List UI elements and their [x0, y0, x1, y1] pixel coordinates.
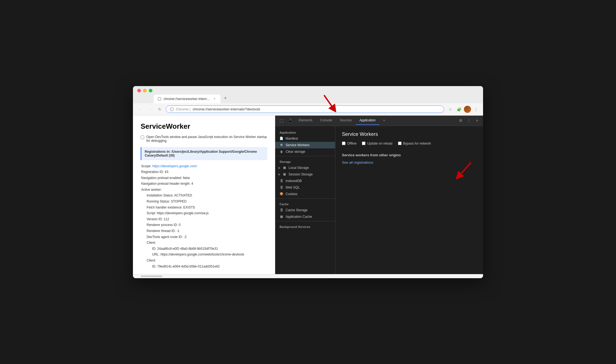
- active-tab[interactable]: chrome://serviceworker-intern… ×: [154, 95, 220, 103]
- back-button[interactable]: ←: [136, 105, 144, 113]
- tab-console[interactable]: Console: [316, 116, 336, 125]
- nav-extras: ☆ 🧩 ⋮: [446, 105, 480, 113]
- tab-bar: chrome://serviceworker-intern… × +: [154, 95, 479, 103]
- offline-option[interactable]: Offline: [342, 142, 356, 145]
- chrome-menu-button[interactable]: ⋮: [472, 105, 480, 113]
- address-path: chrome://serviceworker-internals/?devtoo…: [193, 107, 260, 111]
- bypass-for-network-checkbox[interactable]: [398, 142, 402, 145]
- registration-header: Registrations in: /Users/jec/Library/App…: [141, 147, 267, 160]
- browser-content: ServiceWorker Open DevTools window and p…: [133, 116, 483, 274]
- sidebar-divider-2: [275, 198, 335, 199]
- sw-from-other-section: Service workers from other origins See a…: [342, 153, 476, 165]
- application-cache-icon: ▦: [280, 215, 283, 219]
- update-on-reload-checkbox[interactable]: [362, 142, 365, 145]
- page-scrollbar-area: [133, 274, 483, 278]
- devtools-body: Application 📄 Manifest ⚙ Service Workers…: [275, 126, 483, 274]
- horizontal-scrollbar[interactable]: [141, 275, 162, 277]
- registration-details: Scope: https://developers.google.com/ Re…: [141, 163, 267, 270]
- tab-title: chrome://serviceworker-intern…: [164, 97, 210, 101]
- sidebar-item-session-storage[interactable]: ▶ ▦ Session Storage: [275, 171, 335, 178]
- sidebar-item-local-storage[interactable]: ▶ ▦ Local Storage: [275, 165, 335, 171]
- client1-id: ID: 24aa86c8-e0f2-48a0-8b68-9b515df70e31: [141, 246, 267, 252]
- client1-url: URL: https://developers.google.com/web/t…: [141, 252, 267, 258]
- devtools-panel: ⬚ 📱 Elements Console Sources Application…: [275, 116, 483, 274]
- forward-button[interactable]: →: [146, 105, 154, 113]
- nav-bar: ← → ↻ Chrome | chrome://serviceworker-in…: [133, 103, 483, 116]
- see-all-registrations-link[interactable]: See all registrations: [342, 160, 373, 165]
- settings-button[interactable]: ⚙: [457, 117, 464, 124]
- sw-options: Offline Update on reload Bypass for netw…: [342, 142, 476, 145]
- sidebar-item-cache-storage[interactable]: 🗄 Cache Storage: [275, 207, 335, 213]
- tab-sources[interactable]: Sources: [336, 116, 356, 125]
- application-section-label: Application: [275, 128, 335, 135]
- session-storage-icon: ▦: [283, 172, 286, 176]
- sidebar-item-manifest[interactable]: 📄 Manifest: [275, 135, 335, 142]
- local-storage-arrow-icon: ▶: [278, 166, 280, 169]
- service-workers-icon: ⚙: [280, 143, 283, 147]
- tab-application[interactable]: Application: [356, 116, 379, 125]
- reg-id: Registration ID: 43: [141, 169, 267, 175]
- more-options-button[interactable]: ⋮: [465, 117, 473, 124]
- session-storage-arrow-icon: ▶: [278, 173, 280, 176]
- devtools-tabs: ⬚ 📱 Elements Console Sources Application…: [275, 116, 483, 126]
- sidebar-item-cookies[interactable]: 🍪 Cookies: [275, 191, 335, 197]
- active-worker-label: Active worker:: [141, 187, 267, 193]
- close-window-button[interactable]: [137, 89, 141, 92]
- sidebar-item-application-cache[interactable]: ▦ Application Cache: [275, 213, 335, 220]
- debug-checkbox[interactable]: [141, 136, 144, 139]
- address-bar[interactable]: Chrome | chrome://serviceworker-internal…: [166, 105, 444, 113]
- sidebar-item-clear-storage[interactable]: 🗑 Clear storage: [275, 148, 335, 155]
- sidebar-item-web-sql[interactable]: 🗄 Web SQL: [275, 184, 335, 191]
- sidebar-divider-3: [275, 221, 335, 221]
- new-tab-button[interactable]: +: [222, 95, 229, 102]
- tab-elements[interactable]: Elements: [295, 116, 316, 125]
- offline-checkbox[interactable]: [342, 142, 345, 145]
- page-title: ServiceWorker: [141, 122, 267, 131]
- page-content: ServiceWorker Open DevTools window and p…: [133, 116, 275, 274]
- bypass-for-network-option[interactable]: Bypass for network: [398, 142, 431, 145]
- devtools-controls: ⚙ ⋮ ×: [457, 117, 481, 124]
- cache-storage-icon: 🗄: [280, 208, 283, 212]
- bookmark-button[interactable]: ☆: [446, 105, 454, 113]
- refresh-button[interactable]: ↻: [156, 105, 164, 113]
- background-section-label: Background Services: [275, 222, 335, 230]
- scope-label: Scope:: [141, 164, 151, 168]
- cursor-tool-button[interactable]: ⬚: [277, 116, 286, 125]
- client2-label: Client:: [141, 258, 267, 264]
- extensions-button[interactable]: 🧩: [455, 105, 463, 113]
- local-storage-icon: ▦: [283, 166, 286, 170]
- devtools-sidebar: Application 📄 Manifest ⚙ Service Workers…: [275, 126, 335, 274]
- indexeddb-icon: 🗄: [280, 179, 283, 183]
- client1-label: Client:: [141, 240, 267, 246]
- devtools-route-id: DevTools agent route ID: -2: [141, 234, 267, 240]
- nav-preload-enabled: Navigation preload enabled: false: [141, 175, 267, 181]
- update-on-reload-option[interactable]: Update on reload: [362, 142, 392, 145]
- sidebar-item-service-workers[interactable]: ⚙ Service Workers: [275, 142, 335, 148]
- renderer-thread-id: Renderer thread ID: -1: [141, 228, 267, 234]
- version-id: Version ID: 112: [141, 216, 267, 222]
- script-url: Script: https://developers.google.com/sw…: [141, 210, 267, 216]
- debug-checkbox-label: Open DevTools window and pause JavaScrip…: [146, 135, 267, 143]
- scope-link[interactable]: https://developers.google.com/: [152, 164, 197, 168]
- tab-close-button[interactable]: ×: [212, 97, 217, 101]
- storage-section-label: Storage: [275, 157, 335, 165]
- nav-area-wrapper: ← → ↻ Chrome | chrome://serviceworker-in…: [133, 103, 483, 116]
- sidebar-item-indexeddb[interactable]: 🗄 IndexedDB: [275, 178, 335, 184]
- cache-section-label: Cache: [275, 200, 335, 207]
- window-controls: [137, 89, 479, 92]
- clear-storage-icon: 🗑: [280, 150, 283, 154]
- profile-avatar[interactable]: [464, 106, 471, 113]
- device-tool-button[interactable]: 📱: [286, 116, 295, 125]
- devtools-main: Service Workers Offline Update on reload: [335, 126, 483, 274]
- tab-favicon-icon: [158, 97, 161, 101]
- title-bar: chrome://serviceworker-intern… × +: [133, 86, 483, 103]
- tab-overflow[interactable]: »: [379, 116, 389, 125]
- browser-window: chrome://serviceworker-intern… × + ← → ↻…: [133, 86, 483, 278]
- maximize-window-button[interactable]: [149, 89, 152, 92]
- minimize-window-button[interactable]: [143, 89, 147, 92]
- renderer-process-id: Renderer process ID: 0: [141, 222, 267, 228]
- close-devtools-button[interactable]: ×: [473, 117, 481, 124]
- site-favicon-icon: [170, 107, 174, 111]
- debug-checkbox-row: Open DevTools window and pause JavaScrip…: [141, 135, 267, 143]
- running-status: Running Status: STOPPED: [141, 199, 267, 205]
